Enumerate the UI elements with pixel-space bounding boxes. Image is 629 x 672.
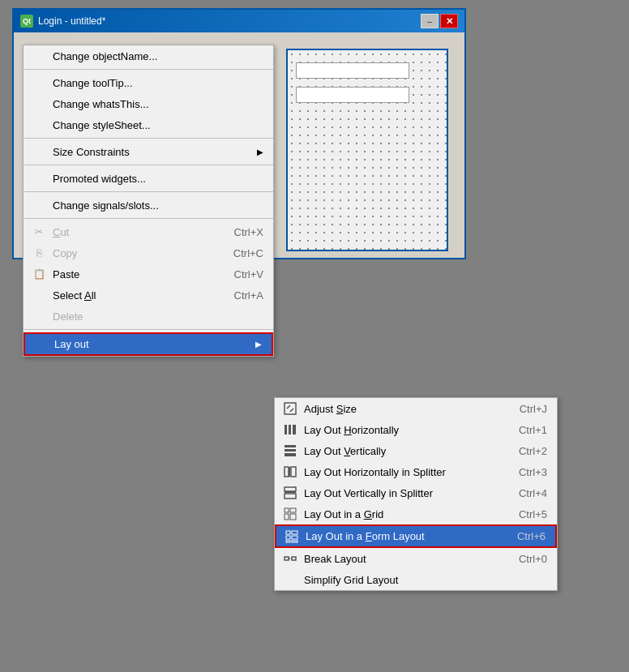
submenu-lay-out-vertically[interactable]: Lay Out Vertically Ctrl+2	[275, 440, 557, 461]
svg-rect-8	[291, 467, 296, 477]
svg-rect-19	[286, 536, 290, 539]
separator-2	[24, 138, 273, 139]
menu-item-size-constraints[interactable]: Size Constraints ▶	[24, 141, 273, 162]
vert-split-icon	[283, 486, 297, 500]
form-input-1[interactable]	[296, 62, 409, 79]
menu-item-paste[interactable]: 📋 Paste Ctrl+V	[24, 263, 273, 285]
form-area	[286, 49, 448, 251]
menu-item-change-stylesheet[interactable]: Change styleSheet...	[24, 114, 273, 135]
menu-item-copy[interactable]: ⎘ Copy Ctrl+C	[24, 242, 273, 263]
menu-item-change-object-name[interactable]: Change objectName...	[24, 45, 273, 66]
rows-icon	[283, 443, 297, 458]
cols-icon	[283, 422, 297, 437]
svg-rect-4	[285, 445, 296, 447]
menu-item-lay-out[interactable]: Lay out ▶	[24, 332, 273, 356]
svg-rect-16	[290, 514, 296, 520]
submenu-adjust-size[interactable]: Adjust Size Ctrl+J	[275, 398, 557, 419]
simplify-grid-icon	[283, 572, 297, 587]
separator-5	[24, 218, 273, 219]
window-title: Login - untitled*	[38, 15, 105, 27]
svg-rect-21	[286, 541, 290, 542]
svg-rect-14	[290, 508, 296, 512]
submenu-simplify-grid[interactable]: Simplify Grid Layout	[275, 569, 557, 590]
svg-rect-1	[285, 425, 287, 434]
svg-rect-24	[292, 557, 296, 560]
titlebar: Qt Login - untitled* – ✕	[14, 10, 464, 32]
submenu-lay-out-horizontally[interactable]: Lay Out Horizontally Ctrl+1	[275, 419, 557, 440]
svg-rect-2	[289, 425, 291, 434]
submenu-grid[interactable]: Lay Out in a Grid Ctrl+5	[275, 503, 557, 524]
svg-rect-10	[285, 487, 296, 491]
close-button[interactable]: ✕	[440, 14, 458, 28]
svg-rect-23	[285, 557, 289, 560]
lay-out-arrow-icon: ▶	[255, 340, 262, 349]
scissors-icon: ✂	[32, 225, 46, 239]
svg-rect-13	[285, 508, 289, 512]
break-icon	[283, 551, 297, 566]
menu-item-change-signals[interactable]: Change signals/slots...	[24, 195, 273, 216]
submenu-lay-out: Adjust Size Ctrl+J Lay Out Horizontally …	[274, 397, 558, 591]
window-buttons: – ✕	[421, 14, 458, 28]
svg-rect-11	[285, 494, 296, 499]
form-grid-icon	[285, 529, 299, 544]
svg-rect-0	[285, 403, 296, 414]
horiz-split-icon	[283, 464, 297, 479]
svg-rect-22	[292, 541, 297, 542]
separator-6	[24, 329, 273, 330]
svg-rect-3	[293, 425, 296, 434]
separator-4	[24, 191, 273, 192]
context-menu: Change objectName... Change toolTip... C…	[23, 45, 274, 357]
minimize-button[interactable]: –	[421, 14, 439, 28]
svg-rect-20	[292, 536, 297, 539]
submenu-break-layout[interactable]: Break Layout Ctrl+0	[275, 548, 557, 569]
submenu-vert-splitter[interactable]: Lay Out Vertically in Splitter Ctrl+4	[275, 482, 557, 503]
menu-item-promoted-widgets[interactable]: Promoted widgets...	[24, 168, 273, 189]
menu-item-select-all[interactable]: Select All Ctrl+A	[24, 285, 273, 306]
menu-item-delete[interactable]: Delete	[24, 306, 273, 327]
submenu-horiz-splitter[interactable]: Lay Out Horizontally in Splitter Ctrl+3	[275, 461, 557, 482]
svg-rect-18	[292, 531, 297, 534]
form-input-2[interactable]	[296, 87, 409, 103]
copy-icon: ⎘	[32, 246, 46, 260]
separator-3	[24, 165, 273, 165]
separator-1	[24, 69, 273, 70]
arrow-icon: ▶	[257, 148, 263, 156]
svg-rect-5	[285, 449, 296, 452]
form-inner	[288, 50, 447, 250]
resize-icon	[283, 401, 297, 416]
menu-item-change-tooltip[interactable]: Change toolTip...	[24, 72, 273, 93]
qt-logo: Qt	[20, 15, 33, 28]
grid-icon	[283, 507, 297, 521]
paste-icon: 📋	[32, 267, 46, 281]
menu-item-cut[interactable]: ✂ Cut Ctrl+X	[24, 221, 273, 242]
svg-rect-6	[285, 453, 296, 456]
svg-rect-15	[285, 514, 289, 520]
svg-rect-7	[285, 467, 289, 477]
menu-item-change-whatsthis[interactable]: Change whatsThis...	[24, 93, 273, 114]
submenu-form-layout[interactable]: Lay Out in a Form Layout Ctrl+6	[275, 524, 557, 548]
svg-rect-17	[286, 531, 290, 534]
